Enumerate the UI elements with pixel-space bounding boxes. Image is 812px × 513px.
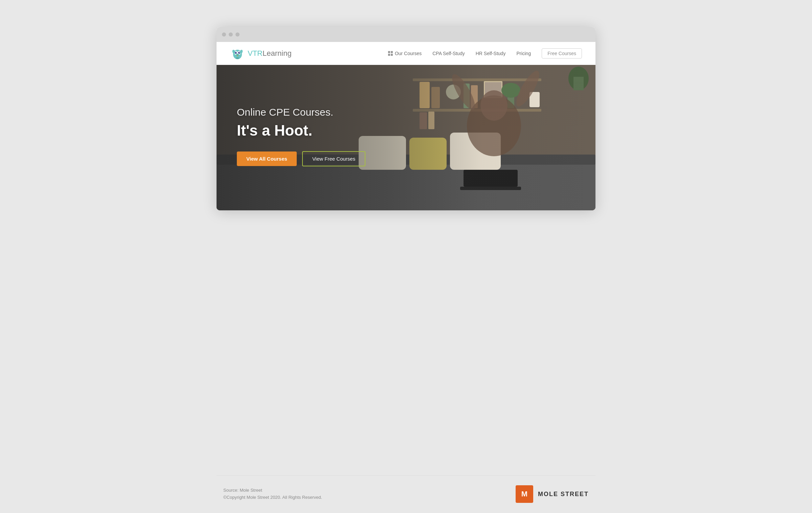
hero-title: It's a Hoot. [237, 122, 365, 139]
site-logo[interactable]: VTRLearning [230, 46, 292, 61]
hero-buttons: View All Courses View Free Courses [237, 151, 365, 166]
hero-section: Online CPE Courses. It's a Hoot. View Al… [217, 65, 595, 210]
nav-our-courses[interactable]: Our Courses [388, 51, 422, 56]
owl-icon [230, 46, 245, 61]
view-all-courses-button[interactable]: View All Courses [237, 151, 297, 166]
footer-divider [217, 475, 595, 476]
browser-window: VTRLearning Our Courses CPA Self-Study H… [217, 27, 595, 210]
mole-street-logo-icon: M [516, 485, 533, 503]
logo-text: VTRLearning [248, 49, 292, 58]
svg-point-6 [239, 52, 240, 53]
hero-subtitle: Online CPE Courses. [237, 107, 365, 118]
navbar-nav: Our Courses CPA Self-Study HR Self-Study… [388, 48, 582, 59]
browser-dot-yellow [229, 32, 233, 37]
view-free-courses-button[interactable]: View Free Courses [302, 151, 365, 166]
hero-content: Online CPE Courses. It's a Hoot. View Al… [237, 107, 365, 166]
grid-icon [388, 51, 393, 56]
nav-hr-self-study[interactable]: HR Self-Study [476, 51, 506, 56]
nav-cpa-self-study[interactable]: CPA Self-Study [432, 51, 465, 56]
browser-chrome [217, 27, 595, 42]
mole-street-brand-name: MOLE STREET [538, 491, 589, 498]
svg-point-11 [236, 57, 239, 59]
browser-dot-green [235, 32, 240, 37]
navbar: VTRLearning Our Courses CPA Self-Study H… [217, 42, 595, 65]
nav-free-courses-button[interactable]: Free Courses [542, 48, 582, 59]
footer-content: Source: Mole Street ©Copyright Mole Stre… [217, 485, 595, 513]
nav-pricing[interactable]: Pricing [516, 51, 531, 56]
mole-street-m-letter: M [521, 490, 527, 498]
page-footer: Source: Mole Street ©Copyright Mole Stre… [217, 462, 595, 513]
browser-dot-red [222, 32, 226, 37]
footer-source-text: Source: Mole Street ©Copyright Mole Stre… [223, 487, 322, 501]
svg-point-5 [236, 52, 236, 53]
footer-brand: M MOLE STREET [516, 485, 589, 503]
